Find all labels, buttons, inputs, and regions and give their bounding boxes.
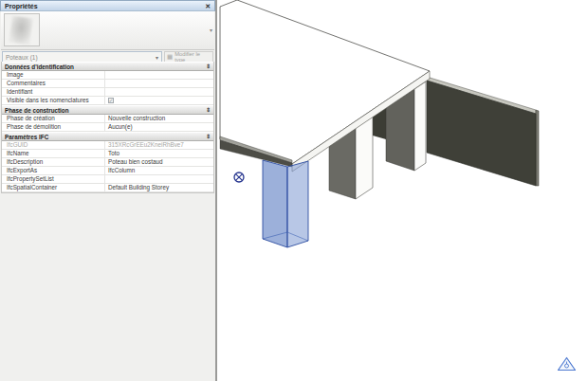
triangle-marker-icon[interactable] [559, 358, 576, 371]
property-row-commentaires: Commentaires [2, 80, 213, 88]
wall-end-face[interactable] [536, 110, 539, 186]
section-title: Données d'identification [5, 64, 74, 70]
property-label: Phase de création [2, 115, 105, 122]
property-label: Commentaires [2, 80, 105, 87]
type-selector-value: Poteaux (1) [6, 54, 38, 61]
property-row-phase-creation: Phase de création Nouvelle construction [2, 115, 213, 123]
property-row-visible-nomenclatures: Visible dans les nomenclatures [2, 97, 213, 105]
property-value[interactable] [105, 88, 213, 96]
property-label: IfcDescription [2, 158, 105, 166]
visible-checkbox[interactable] [108, 98, 114, 103]
selected-column[interactable] [263, 160, 308, 247]
property-value: 315XRcGrEEu2KneiRhBve7 [105, 141, 213, 149]
property-row-ifcpropertysetlist: IfcPropertySetList [2, 175, 213, 184]
type-preview: ▾ [1, 11, 214, 50]
circle-x-marker-icon[interactable] [234, 172, 244, 182]
property-label: Visible dans les nomenclatures [2, 97, 105, 104]
column-2-front-face[interactable] [356, 117, 373, 199]
property-value[interactable] [105, 71, 213, 79]
property-row-ifcguid: IfcGUID 315XRcGrEEu2KneiRhBve7 [2, 141, 213, 150]
section-title: Paramètres IFC [5, 134, 48, 140]
property-value[interactable]: Toto [105, 150, 213, 157]
close-icon[interactable]: ✕ [205, 3, 211, 9]
property-row-ifcspatialcontainer: IfcSpatialContainer Default Building Sto… [2, 184, 213, 192]
property-label: Phase de démolition [2, 123, 105, 131]
section-header-identification[interactable]: Données d'identification ⇕ [2, 62, 213, 71]
preview-expander-icon[interactable]: ▾ [210, 27, 212, 33]
property-value [105, 97, 213, 104]
property-grid: Données d'identification ⇕ Image Comment… [1, 62, 214, 193]
property-value[interactable]: IfcColumn [105, 167, 213, 174]
palette-titlebar[interactable]: Propriétés ✕ [0, 0, 215, 11]
property-value[interactable] [105, 175, 213, 183]
collapse-icon[interactable]: ⇕ [206, 134, 211, 139]
property-value[interactable]: Nouvelle construction [105, 115, 213, 122]
property-label: Image [2, 71, 105, 79]
property-row-ifcexportas: IfcExportAs IfcColumn [2, 167, 213, 175]
property-label: IfcName [2, 150, 105, 157]
section-header-ifc[interactable]: Paramètres IFC ⇕ [2, 132, 213, 141]
property-label: Identifiant [2, 88, 105, 96]
property-value[interactable]: Aucun(e) [105, 123, 213, 131]
section-title: Phase de construction [5, 107, 69, 114]
property-label: IfcExportAs [2, 167, 105, 174]
modify-type-icon: ▦ [167, 54, 173, 60]
property-row-ifcdescription: IfcDescription Poteau bien costaud [2, 158, 213, 167]
property-value[interactable] [105, 80, 213, 87]
property-row-phase-demolition: Phase de démolition Aucun(e) [2, 123, 213, 132]
preview-image [9, 16, 33, 45]
property-row-image: Image [2, 71, 213, 80]
property-label: IfcPropertySetList [2, 175, 105, 183]
property-value[interactable]: Default Building Storey [105, 184, 213, 191]
property-row-identifiant: Identifiant [2, 88, 213, 97]
property-row-ifcname: IfcName Toto [2, 150, 213, 158]
collapse-icon[interactable]: ⇕ [206, 64, 211, 69]
property-value[interactable]: Poteau bien costaud [105, 158, 213, 166]
section-header-phase[interactable]: Phase de construction ⇕ [2, 105, 213, 115]
property-label: IfcSpatialContainer [2, 184, 105, 191]
column-3-front-face[interactable] [414, 82, 426, 171]
collapse-icon[interactable]: ⇕ [206, 107, 211, 113]
properties-palette: Propriétés ✕ ▾ Poteaux (1) ▾ ▦ Modifier … [0, 0, 217, 381]
property-label: IfcGUID [2, 141, 105, 149]
palette-title: Propriétés [5, 3, 38, 9]
type-preview-thumbnail [4, 13, 40, 46]
chevron-down-icon: ▾ [156, 54, 158, 61]
